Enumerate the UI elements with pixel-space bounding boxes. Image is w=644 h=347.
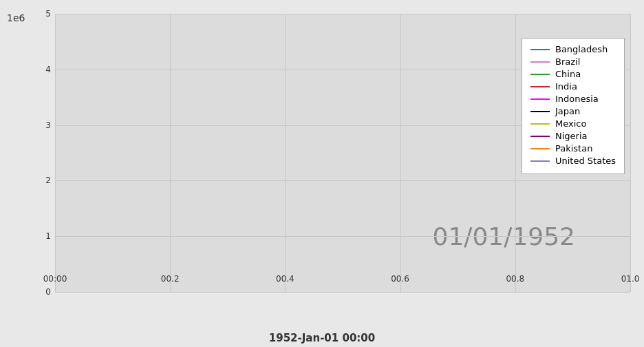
legend-label-9: United States xyxy=(555,156,616,166)
gridline-v-2 xyxy=(285,14,286,292)
y-tick-label-4: 4 xyxy=(45,65,51,74)
legend-item-china: China xyxy=(530,69,616,79)
legend-item-brazil: Brazil xyxy=(530,56,616,67)
legend-label-2: China xyxy=(555,69,581,79)
legend-item-pakistan: Pakistan xyxy=(530,143,616,154)
legend-item-united-states: United States xyxy=(530,156,616,166)
legend-item-mexico: Mexico xyxy=(530,118,616,129)
gridline-v-4 xyxy=(515,14,516,292)
legend-label-7: Nigeria xyxy=(555,131,588,141)
y-tick-label-3: 3 xyxy=(45,120,51,130)
x-axis-label: 1952-Jan-01 00:00 xyxy=(0,332,644,344)
legend-item-nigeria: Nigeria xyxy=(530,131,616,141)
x-tick-label-4: 00.8 xyxy=(506,274,524,292)
y-axis: 012345 xyxy=(0,14,55,292)
x-tick-label-0: 00:00 xyxy=(43,274,67,292)
legend: BangladeshBrazilChinaIndiaIndonesiaJapan… xyxy=(522,38,625,174)
chart-container: 1e6 01/01/1952 012345 00:0000.200.400.60… xyxy=(0,0,644,347)
gridline-v-0 xyxy=(55,14,56,292)
x-tick-label-5: 01.0 xyxy=(621,274,640,292)
legend-label-8: Pakistan xyxy=(555,143,592,154)
legend-item-bangladesh: Bangladesh xyxy=(530,44,616,54)
legend-color-9 xyxy=(530,160,550,162)
legend-label-4: Indonesia xyxy=(555,94,599,104)
legend-label-3: India xyxy=(555,81,577,92)
x-axis: 00:0000.200.400.600.801.0 xyxy=(55,271,630,292)
y-tick-label-5: 5 xyxy=(45,9,51,19)
legend-color-3 xyxy=(530,86,550,87)
legend-color-2 xyxy=(530,74,550,75)
y-tick-label-2: 2 xyxy=(45,176,51,185)
legend-color-1 xyxy=(530,61,550,63)
legend-color-5 xyxy=(530,111,550,112)
legend-color-6 xyxy=(530,123,550,125)
legend-color-4 xyxy=(530,98,550,100)
gridline-h-0 xyxy=(55,292,630,293)
x-tick-label-3: 00.6 xyxy=(391,274,409,292)
gridline-v-3 xyxy=(400,14,401,292)
x-tick-label-1: 00.2 xyxy=(161,274,180,292)
legend-item-india: India xyxy=(530,81,616,92)
legend-item-japan: Japan xyxy=(530,106,616,116)
legend-color-0 xyxy=(530,49,550,50)
legend-item-indonesia: Indonesia xyxy=(530,94,616,104)
gridline-v-1 xyxy=(170,14,171,292)
x-tick-label-2: 00.4 xyxy=(276,274,294,292)
legend-label-0: Bangladesh xyxy=(555,44,608,54)
legend-label-5: Japan xyxy=(555,106,580,116)
gridline-h-5 xyxy=(55,14,630,14)
legend-color-8 xyxy=(530,148,550,149)
gridline-h-1 xyxy=(55,236,630,237)
legend-label-1: Brazil xyxy=(555,56,580,67)
y-tick-label-1: 1 xyxy=(45,231,51,241)
legend-label-6: Mexico xyxy=(555,118,586,129)
legend-color-7 xyxy=(530,136,550,137)
gridline-h-2 xyxy=(55,180,630,181)
gridline-v-5 xyxy=(630,14,631,292)
